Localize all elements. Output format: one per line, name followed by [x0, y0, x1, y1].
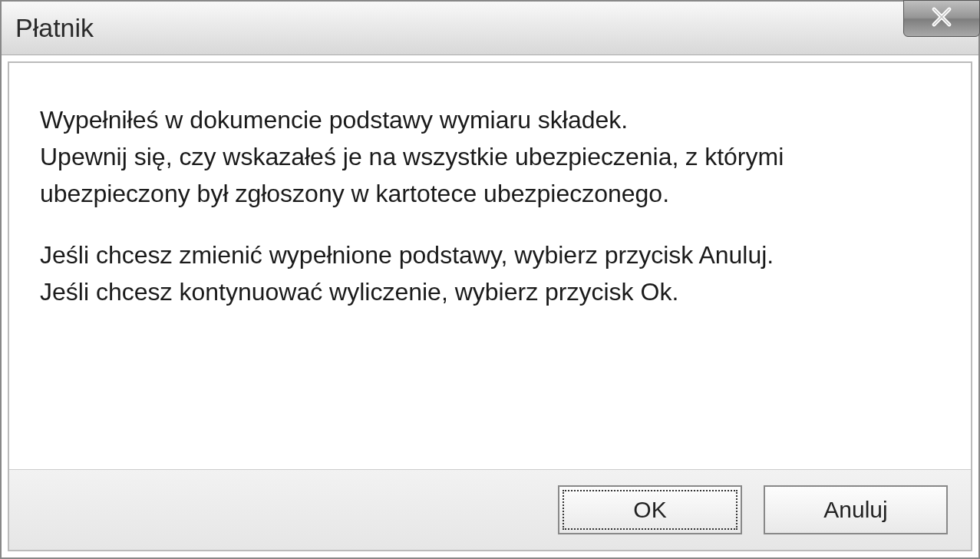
- titlebar: Płatnik: [2, 2, 978, 55]
- cancel-button[interactable]: Anuluj: [764, 485, 948, 534]
- message-line: Jeśli chcesz zmienić wypełnione podstawy…: [40, 237, 940, 273]
- dialog-title: Płatnik: [15, 13, 94, 43]
- dialog-window: Płatnik Wypełniłeś w dokumencie podstawy…: [0, 0, 980, 559]
- message-line: Wypełniłeś w dokumencie podstawy wymiaru…: [40, 101, 940, 138]
- message-area: Wypełniłeś w dokumencie podstawy wymiaru…: [9, 63, 971, 469]
- close-button[interactable]: [903, 0, 980, 37]
- message-line: Upewnij się, czy wskazałeś je na wszystk…: [40, 138, 940, 175]
- ok-button[interactable]: OK: [558, 485, 742, 534]
- message-line: Jeśli chcesz kontynuować wyliczenie, wyb…: [40, 273, 940, 310]
- close-icon: [929, 4, 955, 33]
- button-bar: OK Anuluj: [9, 469, 971, 550]
- spacer: [40, 212, 940, 237]
- message-line: ubezpieczony był zgłoszony w kartotece u…: [40, 175, 940, 212]
- dialog-body: Wypełniłeś w dokumencie podstawy wymiaru…: [8, 61, 972, 551]
